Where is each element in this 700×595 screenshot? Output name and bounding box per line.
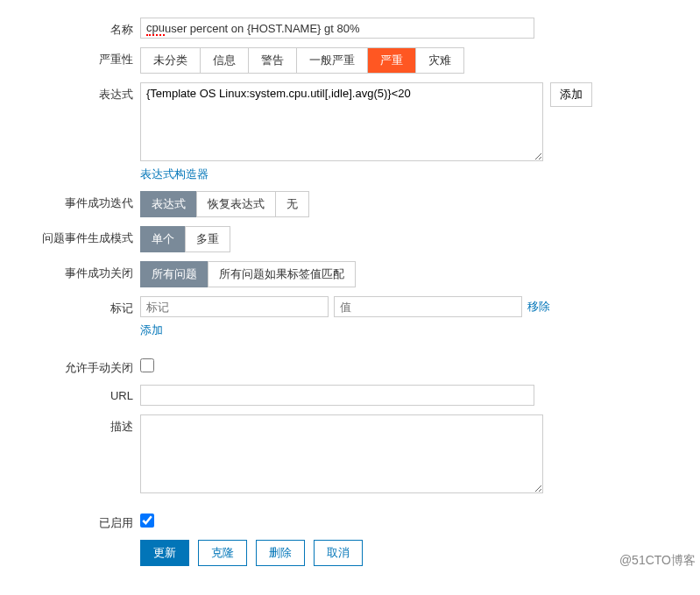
event-success-iterate-label: 事件成功迭代 bbox=[9, 191, 140, 211]
mode-single[interactable]: 单个 bbox=[140, 226, 186, 252]
allow-manual-close-label: 允许手动关闭 bbox=[9, 356, 140, 376]
name-label: 名称 bbox=[9, 18, 140, 38]
tag-value-input[interactable] bbox=[334, 296, 522, 317]
expression-label: 表达式 bbox=[9, 82, 140, 103]
watermark: @51CTO博客 bbox=[619, 553, 696, 569]
name-input-prefix: cpu bbox=[146, 21, 165, 36]
enabled-checkbox[interactable] bbox=[140, 514, 154, 528]
severity-label: 严重性 bbox=[9, 47, 140, 67]
tag-add-link[interactable]: 添加 bbox=[140, 323, 163, 336]
severity-unclassified[interactable]: 未分类 bbox=[141, 48, 201, 73]
cancel-button[interactable]: 取消 bbox=[314, 540, 363, 566]
close-all-problems[interactable]: 所有问题 bbox=[140, 261, 209, 287]
expression-textarea[interactable]: {Template OS Linux:system.cpu.util[,idle… bbox=[140, 82, 543, 161]
spacer bbox=[9, 540, 140, 544]
severity-info[interactable]: 信息 bbox=[201, 48, 249, 73]
problem-event-mode-label: 问题事件生成模式 bbox=[9, 226, 140, 246]
clone-button[interactable]: 克隆 bbox=[198, 540, 247, 566]
event-success-close-group: 所有问题 所有问题如果标签值匹配 bbox=[140, 261, 356, 287]
event-success-iterate-group: 表达式 恢复表达式 无 bbox=[140, 191, 309, 217]
severity-group: 未分类 信息 警告 一般严重 严重 灾难 bbox=[140, 47, 464, 74]
tag-name-input[interactable] bbox=[140, 296, 329, 317]
severity-warning[interactable]: 警告 bbox=[249, 48, 297, 73]
problem-event-mode-group: 单个 多重 bbox=[140, 226, 230, 252]
iterate-none[interactable]: 无 bbox=[275, 191, 309, 217]
event-success-close-label: 事件成功关闭 bbox=[9, 261, 140, 281]
allow-manual-close-checkbox[interactable] bbox=[140, 358, 154, 372]
severity-disaster[interactable]: 灾难 bbox=[416, 48, 463, 73]
url-label: URL bbox=[9, 385, 140, 402]
expression-add-button[interactable]: 添加 bbox=[550, 82, 592, 107]
description-textarea[interactable] bbox=[140, 414, 543, 493]
severity-high[interactable]: 严重 bbox=[368, 48, 416, 73]
severity-average[interactable]: 一般严重 bbox=[297, 48, 368, 73]
tags-label: 标记 bbox=[9, 296, 140, 316]
enabled-label: 已启用 bbox=[9, 511, 140, 531]
tag-remove-link[interactable]: 移除 bbox=[527, 299, 550, 315]
expression-constructor-link[interactable]: 表达式构造器 bbox=[140, 167, 209, 181]
iterate-recovery-expression[interactable]: 恢复表达式 bbox=[196, 191, 276, 217]
delete-button[interactable]: 删除 bbox=[256, 540, 305, 566]
name-input-rest: user percent on {HOST.NAME} gt 80% bbox=[165, 22, 360, 35]
name-input-wrapper[interactable]: cpu user percent on {HOST.NAME} gt 80% bbox=[140, 18, 534, 39]
close-all-problems-if-tag[interactable]: 所有问题如果标签值匹配 bbox=[208, 261, 356, 287]
url-input[interactable] bbox=[140, 385, 534, 406]
mode-multiple[interactable]: 多重 bbox=[185, 226, 230, 252]
update-button[interactable]: 更新 bbox=[140, 540, 189, 566]
description-label: 描述 bbox=[9, 414, 140, 435]
iterate-expression[interactable]: 表达式 bbox=[140, 191, 197, 217]
